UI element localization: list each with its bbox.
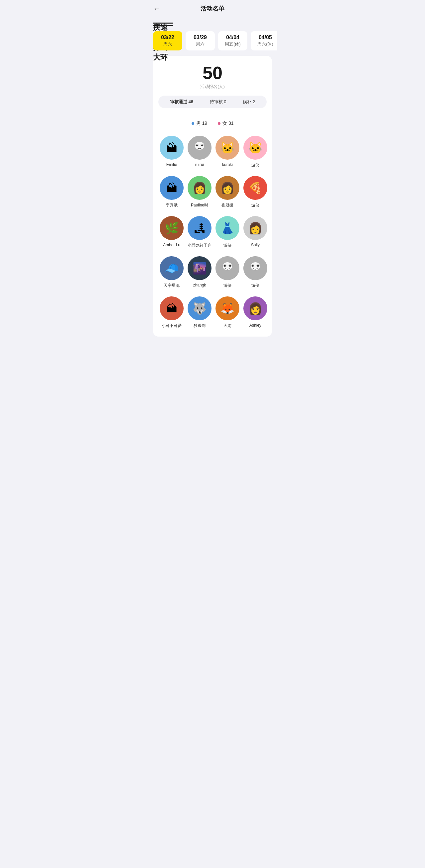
member-name: Pauline时 <box>191 203 208 208</box>
members-grid: 🏔Emilie ruirui🐱kuraki🐱游侠🏔李秀娥👩Pauline时👩崔晟… <box>158 133 267 331</box>
member-item[interactable]: 游侠 <box>214 254 241 291</box>
female-count: 女 31 <box>222 121 234 126</box>
member-item[interactable]: 🏔Emilie <box>158 133 185 170</box>
member-name: 天宇星魂 <box>164 283 180 288</box>
member-avatar: 👩 <box>188 176 212 200</box>
member-avatar: 🏔 <box>160 136 184 160</box>
member-avatar <box>215 256 239 280</box>
member-avatar <box>188 136 212 160</box>
member-item[interactable]: 🌿Amber Lu <box>158 213 185 251</box>
member-avatar: 🐱 <box>243 136 267 160</box>
member-avatar: 👩 <box>243 297 267 320</box>
member-avatar: 🐺 <box>188 297 212 320</box>
member-name: 天殇 <box>223 323 232 329</box>
member-name: Sally <box>251 243 260 247</box>
member-name: kuraki <box>222 162 233 167</box>
member-item[interactable]: 👗游侠 <box>214 213 241 251</box>
member-avatar: 👗 <box>215 216 239 240</box>
female-dot <box>218 122 220 125</box>
member-name: Emilie <box>166 162 177 167</box>
member-name: 崔晟援 <box>221 203 234 208</box>
svg-point-16 <box>252 265 254 267</box>
pending-tab[interactable]: 待审核 0 <box>207 98 229 106</box>
date-tab-1[interactable]: 03/29周六 <box>186 31 215 51</box>
member-avatar: 👩 <box>215 176 239 200</box>
date-tab-3[interactable]: 04/05周六(休) <box>251 31 277 51</box>
member-avatar: 🦊 <box>215 297 239 320</box>
member-name: 游侠 <box>223 243 232 248</box>
svg-point-17 <box>257 265 259 267</box>
svg-point-5 <box>201 145 203 146</box>
member-item[interactable]: 👩Sally <box>242 213 269 251</box>
waitlist-tab[interactable]: 候补 2 <box>240 98 257 106</box>
member-name: 游侠 <box>251 283 259 288</box>
member-item[interactable]: 👩Pauline时 <box>186 173 213 211</box>
activity-title: 疾速追山·弃山大环 <box>148 17 277 31</box>
member-name: 小可不可爱 <box>162 323 182 329</box>
member-name: 游侠 <box>251 203 259 208</box>
svg-point-4 <box>196 145 198 146</box>
member-avatar <box>243 256 267 280</box>
member-avatar: 🏔 <box>160 176 184 200</box>
svg-point-11 <box>229 265 231 267</box>
member-avatar: 🧢 <box>160 256 184 280</box>
svg-point-10 <box>224 265 226 267</box>
member-name: zhangk <box>193 283 206 287</box>
header: ← 活动名单 <box>148 0 277 17</box>
member-item[interactable]: 🐺独孤剑 <box>186 294 213 331</box>
member-name: 游侠 <box>251 162 259 168</box>
member-item[interactable]: 🏞小恐龙钉子户 <box>186 213 213 251</box>
member-name: 李秀娥 <box>166 203 178 208</box>
male-dot <box>191 122 194 125</box>
member-avatar: 🏞 <box>188 216 212 240</box>
gender-stats: 男 19 女 31 <box>158 121 267 126</box>
member-item[interactable]: 🏔李秀娥 <box>158 173 185 211</box>
member-name: 独孤剑 <box>193 323 206 329</box>
member-name: 游侠 <box>223 283 232 288</box>
male-stat: 男 19 <box>191 121 207 126</box>
registration-count: 50 <box>158 64 267 82</box>
member-avatar: 🌿 <box>160 216 184 240</box>
member-item[interactable]: 👩Ashley <box>242 294 269 331</box>
member-avatar: 🍕 <box>243 176 267 200</box>
registration-label: 活动报名(人) <box>158 84 267 90</box>
member-item[interactable]: 🍕游侠 <box>242 173 269 211</box>
female-stat: 女 31 <box>218 121 234 126</box>
date-tab-2[interactable]: 04/04周五(休) <box>218 31 247 51</box>
member-avatar: 🏔 <box>160 297 184 320</box>
approved-tab[interactable]: 审核通过 48 <box>168 98 196 106</box>
member-item[interactable]: 🧢天宇星魂 <box>158 254 185 291</box>
member-name: ruirui <box>195 162 204 167</box>
member-name: 小恐龙钉子户 <box>188 243 212 248</box>
member-name: Ashley <box>249 323 261 328</box>
member-item[interactable]: 🐱kuraki <box>214 133 241 170</box>
date-tab-bar: 03/22周六03/29周六04/04周五(休)04/05周六(休) <box>148 31 277 51</box>
member-item[interactable]: 🏔小可不可爱 <box>158 294 185 331</box>
back-button[interactable]: ← <box>153 4 160 13</box>
member-item[interactable]: 🦊天殇 <box>214 294 241 331</box>
member-avatar: 👩 <box>243 216 267 240</box>
page-title: 活动名单 <box>201 5 224 12</box>
member-avatar: 🐱 <box>215 136 239 160</box>
member-avatar: 🌆 <box>188 256 212 280</box>
male-count: 男 19 <box>196 121 207 126</box>
section-divider <box>153 115 272 115</box>
member-item[interactable]: ruirui <box>186 133 213 170</box>
member-item[interactable]: 🐱游侠 <box>242 133 269 170</box>
member-item[interactable]: 👩崔晟援 <box>214 173 241 211</box>
approval-tabs: 审核通过 48 待审核 0 候补 2 <box>158 96 267 108</box>
member-item[interactable]: 游侠 <box>242 254 269 291</box>
date-tab-0[interactable]: 03/22周六 <box>153 31 182 51</box>
member-name: Amber Lu <box>163 243 180 247</box>
main-card: 50 活动报名(人) 审核通过 48 待审核 0 候补 2 男 19 女 31 … <box>153 56 272 337</box>
member-item[interactable]: 🌆zhangk <box>186 254 213 291</box>
